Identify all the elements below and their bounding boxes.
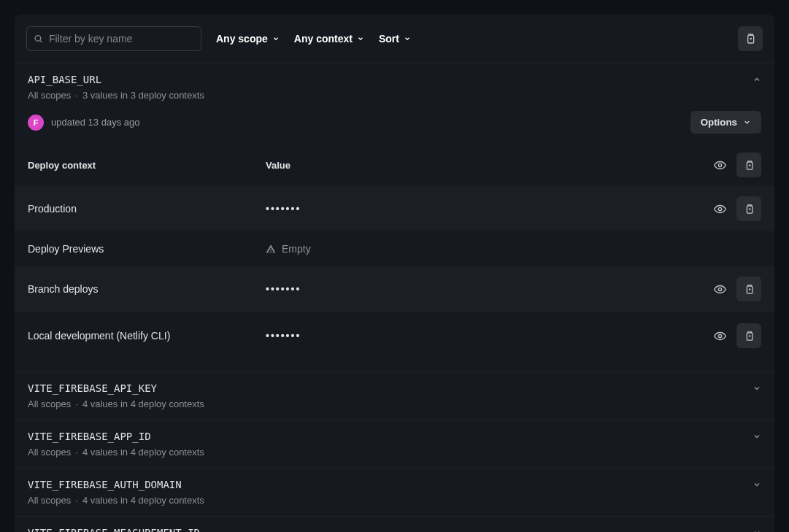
eye-icon <box>714 330 726 342</box>
variable-collapsed: VITE_FIREBASE_API_KEYAll scopes4 values … <box>15 371 774 420</box>
svg-point-9 <box>718 207 721 210</box>
row-context: Production <box>28 203 266 215</box>
env-vars-panel: Any scope Any context Sort API_BASE_URL … <box>15 15 774 532</box>
variable-meta: All scopes4 values in 4 deploy contexts <box>28 447 204 458</box>
variable-scope: All scopes <box>28 495 71 506</box>
copy-button[interactable] <box>736 196 761 221</box>
variable-name: VITE_FIREBASE_API_KEY <box>28 382 204 394</box>
reveal-button[interactable] <box>709 278 731 300</box>
variable-summary: 3 values in 3 deploy contexts <box>82 90 204 101</box>
chevron-down-icon <box>753 528 761 532</box>
variable-header[interactable]: VITE_FIREBASE_MEASUREMENT_IDAll scopesSa… <box>15 517 774 532</box>
variable-meta: All scopes4 values in 4 deploy contexts <box>28 495 204 506</box>
row-value: ••••••• <box>266 330 709 342</box>
table-row: Local development (Netlify CLI)••••••• <box>15 313 774 358</box>
variable-meta: All scopes3 values in 3 deploy contexts <box>28 90 204 101</box>
chevron-down-icon <box>404 35 411 42</box>
scope-filter-label: Any scope <box>216 33 268 45</box>
clipboard-icon <box>744 284 755 295</box>
sort-filter-label: Sort <box>379 33 399 45</box>
variable-collapsed: VITE_FIREBASE_AUTH_DOMAINAll scopes4 val… <box>15 468 774 516</box>
variable-collapsed: VITE_FIREBASE_MEASUREMENT_IDAll scopesSa… <box>15 516 774 532</box>
variable-scope: All scopes <box>28 90 71 101</box>
variable-expanded: API_BASE_URL All scopes3 values in 3 dep… <box>15 63 774 371</box>
reveal-button[interactable] <box>709 198 731 220</box>
row-context: Branch deploys <box>28 283 266 295</box>
variable-header[interactable]: VITE_FIREBASE_APP_IDAll scopes4 values i… <box>15 420 774 468</box>
copy-all-values-button[interactable] <box>736 153 761 177</box>
variable-header[interactable]: VITE_FIREBASE_AUTH_DOMAINAll scopes4 val… <box>15 469 774 516</box>
context-filter[interactable]: Any context <box>294 33 364 45</box>
svg-point-0 <box>35 36 41 42</box>
row-context: Deploy Previews <box>28 243 266 255</box>
chevron-down-icon <box>357 35 364 42</box>
table-row: Deploy PreviewsEmpty <box>15 233 774 265</box>
variable-summary: 4 values in 4 deploy contexts <box>82 447 204 458</box>
chevron-down-icon <box>272 35 280 42</box>
variable-summary: 4 values in 4 deploy contexts <box>82 495 204 506</box>
column-value: Value <box>266 160 709 171</box>
table-header: Deploy context Value <box>15 144 774 186</box>
row-value: ••••••• <box>266 203 709 215</box>
eye-icon <box>714 283 726 296</box>
options-button[interactable]: Options <box>690 111 761 134</box>
svg-point-5 <box>718 163 721 166</box>
warning-icon <box>266 244 276 254</box>
row-value: ••••••• <box>266 283 709 295</box>
context-filter-label: Any context <box>294 33 353 45</box>
search-input[interactable] <box>26 26 201 51</box>
copy-button[interactable] <box>736 323 761 348</box>
variable-scope: All scopes <box>28 447 71 458</box>
sort-filter[interactable]: Sort <box>379 33 411 45</box>
toolbar: Any scope Any context Sort <box>15 15 774 63</box>
chevron-down-icon <box>753 432 761 441</box>
reveal-button[interactable] <box>709 325 731 347</box>
scope-filter[interactable]: Any scope <box>216 33 280 45</box>
variable-summary: 4 values in 4 deploy contexts <box>82 398 204 409</box>
row-context: Local development (Netlify CLI) <box>28 330 266 342</box>
eye-icon <box>714 203 726 215</box>
clipboard-icon <box>744 204 755 215</box>
variable-name: VITE_FIREBASE_APP_ID <box>28 431 204 442</box>
chevron-down-icon <box>753 384 761 393</box>
variable-meta: All scopes4 values in 4 deploy contexts <box>28 398 204 409</box>
table-row: Production••••••• <box>15 186 774 231</box>
variable-header[interactable]: VITE_FIREBASE_API_KEYAll scopes4 values … <box>15 372 774 420</box>
clipboard-icon <box>744 33 756 45</box>
eye-icon <box>714 159 726 171</box>
variable-name: API_BASE_URL <box>28 74 204 85</box>
row-value: Empty <box>266 243 761 255</box>
chevron-down-icon <box>753 480 761 489</box>
reveal-all-button[interactable] <box>709 154 731 176</box>
column-context: Deploy context <box>28 160 266 171</box>
svg-point-13 <box>718 288 721 290</box>
variable-collapsed: VITE_FIREBASE_APP_IDAll scopes4 values i… <box>15 420 774 468</box>
updated-text: updated 13 days ago <box>51 117 139 128</box>
avatar: F <box>28 115 44 131</box>
chevron-up-icon <box>753 75 761 84</box>
variable-scope: All scopes <box>28 398 71 409</box>
chevron-down-icon <box>743 118 751 126</box>
variable-header[interactable]: API_BASE_URL All scopes3 values in 3 dep… <box>15 63 774 111</box>
options-label: Options <box>701 117 737 128</box>
search-icon <box>34 34 43 44</box>
variable-name: VITE_FIREBASE_AUTH_DOMAIN <box>28 479 204 490</box>
search-wrapper <box>26 26 201 51</box>
svg-point-17 <box>718 334 721 337</box>
clipboard-icon <box>744 331 755 342</box>
update-row: F updated 13 days ago Options <box>15 111 774 144</box>
clipboard-icon <box>744 160 755 171</box>
variable-name: VITE_FIREBASE_MEASUREMENT_ID <box>28 527 223 532</box>
copy-all-button[interactable] <box>738 26 763 51</box>
table-row: Branch deploys••••••• <box>15 266 774 312</box>
copy-button[interactable] <box>736 277 761 301</box>
svg-line-1 <box>40 40 42 42</box>
